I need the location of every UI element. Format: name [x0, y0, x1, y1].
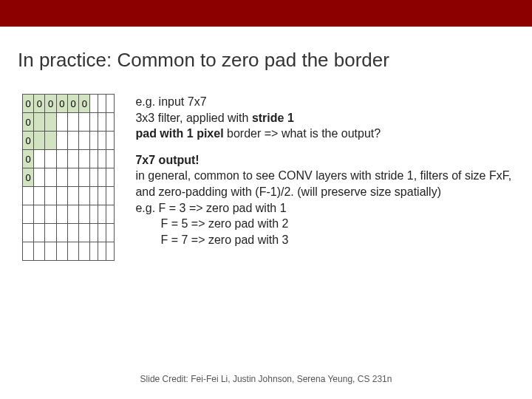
p1-line1: e.g. input 7x7 — [135, 95, 206, 108]
grid-cell — [23, 242, 34, 261]
p1-line3b: border => what is the output? — [224, 127, 381, 140]
grid-cell: 0 — [34, 95, 45, 113]
grid-cell — [56, 205, 67, 224]
grid-cell — [56, 168, 67, 187]
grid-cell — [90, 205, 98, 224]
paragraph-2: 7x7 output! in general, common to see CO… — [135, 152, 514, 248]
grid-cell — [67, 224, 78, 242]
p2-eg1: e.g. F = 3 => zero pad with 1 — [135, 202, 286, 214]
p1-line2a: 3x3 filter, applied with — [135, 112, 251, 124]
grid-cell: 0 — [67, 95, 78, 113]
p1-pad: pad with 1 pixel — [135, 127, 223, 140]
slide: In practice: Common to zero pad the bord… — [0, 0, 532, 399]
grid-cell — [56, 132, 67, 150]
grid-cell: 0 — [56, 95, 67, 113]
grid-cell — [45, 168, 56, 187]
grid-cell: 0 — [23, 132, 34, 150]
padding-grid: 0000000000 — [22, 94, 115, 261]
grid-cell — [79, 113, 90, 132]
grid-cell: 0 — [79, 95, 90, 113]
grid-cell — [67, 150, 78, 168]
grid-cell — [45, 205, 56, 224]
grid-cell — [45, 187, 56, 205]
explanation-text: e.g. input 7x7 3x3 filter, applied with … — [135, 94, 514, 261]
grid-cell — [79, 242, 90, 261]
grid-cell — [90, 113, 98, 132]
grid-cell — [56, 187, 67, 205]
grid-cell: 0 — [23, 95, 34, 113]
grid-cell — [56, 113, 67, 132]
grid-cell — [79, 132, 90, 150]
header-bar — [0, 0, 532, 27]
slide-title: In practice: Common to zero pad the bord… — [0, 27, 532, 85]
grid-cell — [23, 224, 34, 242]
grid-cell — [79, 224, 90, 242]
grid-cell — [106, 150, 115, 168]
grid-cell — [106, 113, 115, 132]
grid-cell — [56, 242, 67, 261]
grid-cell — [34, 113, 45, 132]
grid-cell — [106, 132, 115, 150]
grid-cell: 0 — [23, 168, 34, 187]
grid-cell — [90, 95, 98, 113]
p1-stride: stride 1 — [252, 112, 294, 124]
grid-cell — [79, 150, 90, 168]
grid-cell — [106, 168, 115, 187]
grid-cell — [56, 150, 67, 168]
grid-cell — [98, 187, 106, 205]
grid-cell — [106, 224, 115, 242]
grid-cell — [23, 205, 34, 224]
grid-cell — [56, 224, 67, 242]
grid-cell — [34, 168, 45, 187]
grid-cell — [67, 132, 78, 150]
grid-cell — [34, 242, 45, 261]
content-row: 0000000000 e.g. input 7x7 3x3 filter, ap… — [0, 85, 532, 261]
grid-cell — [67, 168, 78, 187]
grid-cell — [45, 224, 56, 242]
p2-eg2: F = 5 => zero pad with 2 — [135, 217, 288, 230]
grid-cell — [98, 95, 106, 113]
grid-cell — [98, 150, 106, 168]
grid-cell — [106, 95, 115, 113]
grid-cell — [106, 205, 115, 224]
grid-cell — [98, 205, 106, 224]
grid-cell — [98, 113, 106, 132]
grid-cell — [34, 150, 45, 168]
grid-cell — [106, 187, 115, 205]
grid-cell — [45, 113, 56, 132]
grid-cell — [90, 150, 98, 168]
grid-cell — [67, 187, 78, 205]
grid-cell — [45, 132, 56, 150]
grid-cell — [90, 132, 98, 150]
slide-credit: Slide Credit: Fei-Fei Li, Justin Johnson… — [0, 374, 532, 384]
grid-cell — [98, 168, 106, 187]
grid-cell — [79, 187, 90, 205]
grid-cell: 0 — [45, 95, 56, 113]
grid-cell — [34, 187, 45, 205]
grid-cell — [106, 242, 115, 261]
grid-cell — [79, 205, 90, 224]
grid-cell — [98, 132, 106, 150]
grid-cell — [23, 187, 34, 205]
p2-general: in general, common to see CONV layers wi… — [135, 169, 511, 198]
grid-cell — [34, 205, 45, 224]
p2-output: 7x7 output! — [135, 154, 199, 166]
grid-cell — [67, 242, 78, 261]
grid-cell — [90, 224, 98, 242]
grid-cell — [67, 113, 78, 132]
grid-cell — [98, 242, 106, 261]
grid-cell — [45, 242, 56, 261]
grid-cell — [90, 168, 98, 187]
p2-eg3: F = 7 => zero pad with 3 — [135, 233, 288, 246]
grid-cell — [67, 205, 78, 224]
grid-cell — [34, 132, 45, 150]
grid-cell: 0 — [23, 150, 34, 168]
grid-cell — [34, 224, 45, 242]
grid-cell — [98, 224, 106, 242]
grid-cell — [45, 150, 56, 168]
paragraph-1: e.g. input 7x7 3x3 filter, applied with … — [135, 94, 514, 142]
grid-cell — [90, 187, 98, 205]
grid-cell — [90, 242, 98, 261]
grid-cell — [79, 168, 90, 187]
grid-cell: 0 — [23, 113, 34, 132]
